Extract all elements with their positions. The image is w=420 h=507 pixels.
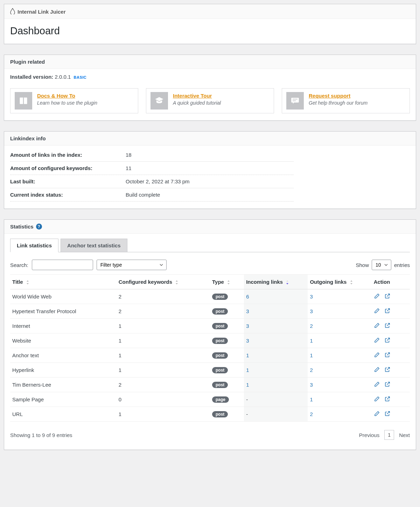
cell-action <box>372 289 410 304</box>
incoming-link[interactable]: 1 <box>246 382 249 388</box>
external-link-icon[interactable] <box>384 337 391 344</box>
cell-keywords: 1 <box>117 333 210 348</box>
outgoing-link[interactable]: 2 <box>310 411 313 417</box>
cell-action <box>372 407 410 422</box>
cell-action <box>372 319 410 333</box>
external-link-icon[interactable] <box>384 308 391 315</box>
col-title[interactable]: Title <box>10 275 117 289</box>
col-incoming[interactable]: Incoming links <box>244 275 308 289</box>
edit-icon[interactable] <box>374 396 380 403</box>
cell-type: post <box>210 348 244 363</box>
outgoing-link[interactable]: 2 <box>310 323 313 329</box>
linkindex-header: Linkindex info <box>4 132 416 146</box>
col-outgoing[interactable]: Outgoing links <box>308 275 371 289</box>
info-label: Amount of configured keywords: <box>10 165 126 171</box>
table-footer-info: Showing 1 to 9 of 9 entries <box>10 432 72 438</box>
plugin-related-panel: Plugin related Installed version: 2.0.0.… <box>4 55 416 121</box>
outgoing-link[interactable]: 3 <box>310 308 313 314</box>
show-entries-select[interactable]: 10 <box>372 260 391 270</box>
table-row: Anchor text 1 post 1 1 <box>10 348 410 363</box>
page-title: Dashboard <box>4 19 416 44</box>
external-link-icon[interactable] <box>384 366 391 374</box>
help-card-docs[interactable]: Docs & How To Learn how to use the plugi… <box>10 88 138 113</box>
incoming-link[interactable]: 6 <box>246 294 249 300</box>
cell-keywords: 1 <box>117 363 210 378</box>
cell-keywords: 1 <box>117 319 210 333</box>
external-link-icon[interactable] <box>384 322 391 330</box>
col-keywords[interactable]: Configured keywords <box>117 275 210 289</box>
incoming-link[interactable]: 1 <box>246 352 249 358</box>
page-number[interactable]: 1 <box>384 430 394 440</box>
incoming-link[interactable]: 1 <box>246 367 249 373</box>
incoming-link[interactable]: 3 <box>246 308 249 314</box>
linkindex-panel: Linkindex info Amount of links in the in… <box>4 131 416 209</box>
external-link-icon[interactable] <box>384 410 391 418</box>
tab-anchor-text-statistics[interactable]: Anchor text statistics <box>61 239 127 252</box>
external-link-icon[interactable] <box>384 381 391 388</box>
outgoing-link[interactable]: 2 <box>310 367 313 373</box>
prev-button[interactable]: Previous <box>359 432 379 438</box>
cell-type: post <box>210 378 244 392</box>
cell-type: post <box>210 363 244 378</box>
external-link-icon[interactable] <box>384 396 391 403</box>
outgoing-link[interactable]: 1 <box>310 396 313 402</box>
docs-link[interactable]: Docs & How To <box>37 93 75 99</box>
breadcrumb-text: Internal Link Juicer <box>18 9 66 15</box>
entries-label: entries <box>394 262 410 268</box>
edit-icon[interactable] <box>374 410 380 418</box>
table-row: Website 1 post 3 1 <box>10 333 410 348</box>
statistics-panel: Statistics ? Link statistics Anchor text… <box>4 219 416 450</box>
cell-title: Hyperlink <box>10 363 117 378</box>
cell-type: post <box>210 333 244 348</box>
support-link[interactable]: Request support <box>309 93 350 99</box>
cell-keywords: 1 <box>117 348 210 363</box>
info-row: Amount of configured keywords: 11 <box>10 162 294 175</box>
type-badge: page <box>212 396 229 403</box>
cell-keywords: 1 <box>117 407 210 422</box>
edit-icon[interactable] <box>374 366 380 374</box>
tab-link-statistics[interactable]: Link statistics <box>10 239 58 252</box>
edit-icon[interactable] <box>374 352 380 359</box>
filter-type-select[interactable]: Filter type <box>97 260 167 270</box>
cell-title: Hypertext Transfer Protocol <box>10 304 117 319</box>
cell-outgoing: 1 <box>308 392 371 407</box>
breadcrumb: Internal Link Juicer <box>4 4 416 19</box>
edit-icon[interactable] <box>374 308 380 315</box>
info-value: Build complete <box>126 192 160 198</box>
installed-version: Installed version: 2.0.0.1 BASIC <box>10 74 410 80</box>
help-icon[interactable]: ? <box>36 224 42 230</box>
external-link-icon[interactable] <box>384 293 391 300</box>
table-row: Hypertext Transfer Protocol 2 post 3 3 <box>10 304 410 319</box>
tour-link[interactable]: Interactive Tour <box>173 93 212 99</box>
help-card-tour[interactable]: Interactive Tour A quick guided tutorial <box>146 88 274 113</box>
cell-title: Anchor text <box>10 348 117 363</box>
cell-outgoing: 2 <box>308 407 371 422</box>
edit-icon[interactable] <box>374 293 380 300</box>
edit-icon[interactable] <box>374 322 380 330</box>
search-input[interactable] <box>32 260 93 270</box>
col-type[interactable]: Type <box>210 275 244 289</box>
cell-action <box>372 363 410 378</box>
next-button[interactable]: Next <box>399 432 410 438</box>
incoming-link[interactable]: 3 <box>246 338 249 344</box>
sort-desc-icon <box>286 280 289 285</box>
cell-title: Sample Page <box>10 392 117 407</box>
support-sub: Get help through our forum <box>309 100 368 106</box>
cell-type: page <box>210 392 244 407</box>
sort-icon <box>175 280 178 285</box>
book-icon <box>15 92 32 110</box>
help-card-support[interactable]: Request support Get help through our for… <box>282 88 410 113</box>
outgoing-link[interactable]: 1 <box>310 338 313 344</box>
table-row: Sample Page 0 page - 1 <box>10 392 410 407</box>
outgoing-link[interactable]: 3 <box>310 294 313 300</box>
statistics-table: Title Configured keywords Type Incoming … <box>10 275 410 422</box>
incoming-link[interactable]: 3 <box>246 323 249 329</box>
statistics-tabs: Link statistics Anchor text statistics <box>10 238 410 252</box>
link-juicer-icon <box>10 8 15 15</box>
outgoing-link[interactable]: 3 <box>310 382 313 388</box>
outgoing-link[interactable]: 1 <box>310 352 313 358</box>
edit-icon[interactable] <box>374 337 380 344</box>
edit-icon[interactable] <box>374 381 380 388</box>
cell-outgoing: 2 <box>308 363 371 378</box>
external-link-icon[interactable] <box>384 352 391 359</box>
